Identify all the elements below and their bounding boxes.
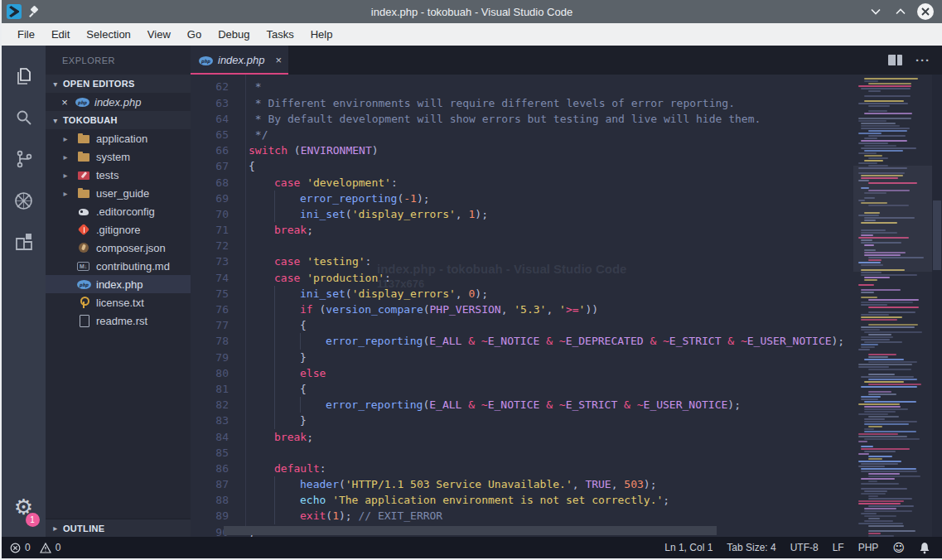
indent-guide bbox=[249, 191, 274, 206]
code-line[interactable]: 84break; bbox=[191, 429, 932, 445]
maximize-button[interactable] bbox=[892, 3, 909, 20]
code-line[interactable]: 62 * bbox=[191, 79, 932, 94]
chevron-down-icon: ▾ bbox=[51, 116, 60, 125]
indent-guide bbox=[249, 175, 274, 191]
outline-header[interactable]: ▸ OUTLINE bbox=[46, 519, 191, 537]
menu-tasks[interactable]: Tasks bbox=[258, 26, 301, 43]
tree-item-composer-json[interactable]: composer.json bbox=[46, 239, 191, 257]
tree-item-readme-rst[interactable]: readme.rst bbox=[46, 311, 191, 330]
menu-selection[interactable]: Selection bbox=[79, 26, 138, 43]
vertical-scrollbar[interactable] bbox=[932, 75, 942, 537]
tree-item-contributing-md[interactable]: contributing.md bbox=[46, 257, 191, 275]
code-line[interactable]: 73case 'testing': bbox=[191, 253, 932, 269]
code-text: case 'development': bbox=[249, 175, 398, 191]
menu-help[interactable]: Help bbox=[303, 26, 341, 43]
indent-guide bbox=[249, 317, 274, 333]
code-line[interactable]: 64 * By default development will show er… bbox=[191, 111, 932, 127]
menu-file[interactable]: File bbox=[10, 26, 42, 43]
status-tab-size[interactable]: Tab Size: 4 bbox=[727, 542, 775, 553]
tab-close-icon[interactable]: × bbox=[275, 54, 282, 66]
code-text: { bbox=[249, 381, 307, 397]
debug-icon[interactable] bbox=[4, 180, 44, 221]
menu-debug[interactable]: Debug bbox=[210, 26, 257, 43]
code-editor[interactable]: 61 *62 *63 * Different environments will… bbox=[191, 75, 942, 537]
code-line[interactable]: 88echo 'The application environment is n… bbox=[191, 492, 932, 508]
open-editor-item[interactable]: ×index.php bbox=[46, 93, 191, 111]
code-line[interactable]: 85 bbox=[191, 445, 932, 461]
project-header[interactable]: ▾ TOKOBUAH bbox=[46, 111, 191, 129]
tree-item-application[interactable]: ▸application bbox=[46, 129, 191, 147]
code-line[interactable]: 76if (version_compare(PHP_VERSION, '5.3'… bbox=[191, 302, 932, 317]
feedback-smiley-icon[interactable]: ☺ bbox=[892, 541, 905, 554]
menu-edit[interactable]: Edit bbox=[44, 26, 77, 43]
indent-guide bbox=[249, 381, 274, 397]
extensions-icon[interactable] bbox=[4, 221, 44, 263]
code-line[interactable]: 63 * Different environments will require… bbox=[191, 95, 932, 111]
code-line[interactable]: 77{ bbox=[191, 317, 932, 333]
notifications-bell-icon[interactable] bbox=[919, 542, 930, 554]
code-line[interactable]: 89exit(1); // EXIT_ERROR bbox=[191, 508, 932, 524]
more-actions-icon[interactable]: ··· bbox=[915, 54, 930, 66]
close-editor-icon[interactable]: × bbox=[59, 96, 70, 109]
activity-bar: ⚙ 1 bbox=[2, 46, 46, 537]
tree-item-user-guide[interactable]: ▸user_guide bbox=[46, 184, 191, 202]
code-line[interactable]: 70ini_set('display_errors', 1); bbox=[191, 206, 932, 222]
code-line[interactable]: 83} bbox=[191, 413, 932, 428]
folder-icon bbox=[77, 187, 91, 199]
code-line[interactable]: 66switch (ENVIRONMENT) bbox=[191, 142, 932, 158]
code-text: header('HTTP/1.1 503 Service Unavailable… bbox=[249, 476, 657, 492]
code-line[interactable]: 67{ bbox=[191, 158, 932, 174]
minimap[interactable] bbox=[853, 75, 932, 537]
tree-item--editorconfig[interactable]: .editorconfig bbox=[46, 202, 191, 220]
code-line[interactable]: 74case 'production': bbox=[191, 270, 932, 286]
tree-item-license-txt[interactable]: license.txt bbox=[46, 293, 191, 311]
status-eol[interactable]: LF bbox=[833, 542, 844, 553]
line-number: 80 bbox=[191, 365, 229, 381]
code-line[interactable]: 81{ bbox=[191, 381, 932, 397]
code-line[interactable]: 69error_reporting(-1); bbox=[191, 191, 932, 206]
open-editors-header[interactable]: ▾ OPEN EDITORS bbox=[46, 75, 191, 93]
tree-item-tests[interactable]: ▸tests bbox=[46, 166, 191, 184]
code-text: ini_set('display_errors', 1); bbox=[249, 206, 488, 222]
indent-guide bbox=[274, 333, 300, 349]
tree-item--gitignore[interactable]: .gitignore bbox=[46, 220, 191, 239]
search-icon[interactable] bbox=[4, 97, 44, 138]
indent-guide bbox=[249, 461, 274, 476]
horizontal-scrollbar[interactable] bbox=[224, 526, 717, 535]
minimize-button[interactable] bbox=[867, 3, 884, 20]
scrollbar-thumb[interactable] bbox=[933, 200, 941, 270]
code-line[interactable]: 79} bbox=[191, 350, 932, 365]
code-line[interactable]: 68case 'development': bbox=[191, 175, 932, 191]
status-cursor-position[interactable]: Ln 1, Col 1 bbox=[664, 542, 713, 553]
explorer-icon[interactable] bbox=[4, 56, 44, 97]
minimap-slider[interactable] bbox=[853, 166, 932, 272]
code-line[interactable]: 78error_reporting(E_ALL & ~E_NOTICE & ~E… bbox=[191, 333, 932, 349]
code-line[interactable]: 80else bbox=[191, 365, 932, 381]
line-number: 65 bbox=[191, 127, 229, 142]
tree-item-label: readme.rst bbox=[96, 315, 147, 327]
code-line[interactable]: 86default: bbox=[191, 461, 932, 476]
problems-status[interactable]: 0 0 bbox=[10, 542, 60, 553]
tree-item-label: system bbox=[96, 151, 130, 163]
code-line[interactable]: 65 */ bbox=[191, 127, 932, 142]
code-line[interactable]: 87header('HTTP/1.1 503 Service Unavailab… bbox=[191, 476, 932, 492]
status-language-mode[interactable]: PHP bbox=[858, 542, 879, 553]
status-encoding[interactable]: UTF-8 bbox=[790, 542, 819, 553]
indent-guide bbox=[274, 206, 300, 222]
code-line[interactable]: 75ini_set('display_errors', 0); bbox=[191, 286, 932, 302]
menu-go[interactable]: Go bbox=[180, 26, 209, 43]
close-button[interactable] bbox=[917, 3, 934, 20]
code-line[interactable]: 72 bbox=[191, 238, 932, 253]
split-editor-icon[interactable] bbox=[888, 55, 902, 65]
indent-guide bbox=[274, 492, 300, 508]
tree-item-index-php[interactable]: index.php bbox=[46, 275, 191, 293]
code-line[interactable]: 82error_reporting(E_ALL & ~E_NOTICE & ~E… bbox=[191, 397, 932, 413]
menu-view[interactable]: View bbox=[140, 26, 178, 43]
settings-gear-button[interactable]: ⚙ 1 bbox=[4, 490, 44, 524]
file-icon bbox=[77, 315, 91, 326]
tree-item-system[interactable]: ▸system bbox=[46, 147, 191, 166]
code-line[interactable]: 71break; bbox=[191, 222, 932, 238]
tab-index-php[interactable]: index.php × bbox=[191, 46, 288, 75]
source-control-icon[interactable] bbox=[4, 138, 44, 180]
line-number: 89 bbox=[191, 508, 229, 524]
